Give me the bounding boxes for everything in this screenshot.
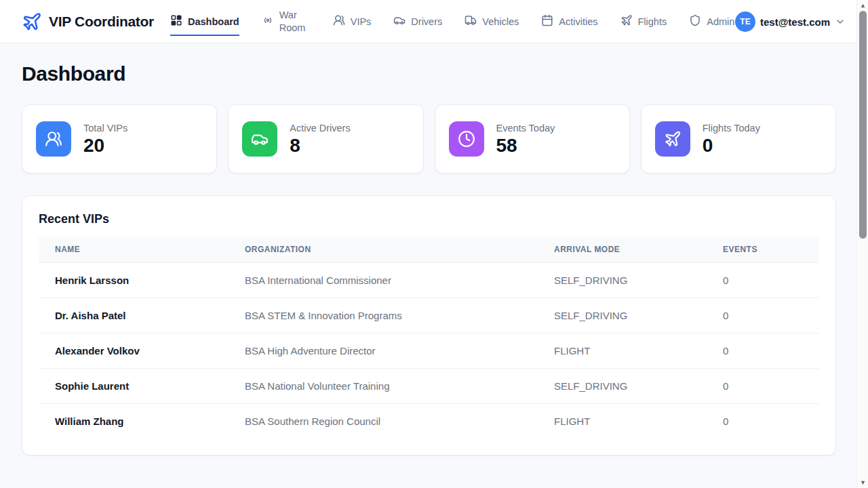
table-row[interactable]: Henrik Larsson BSA International Commiss… xyxy=(39,263,819,298)
nav-label: Drivers xyxy=(411,16,442,27)
clock-icon xyxy=(449,121,484,157)
col-header-events: EVENTS xyxy=(707,237,819,263)
vip-events: 0 xyxy=(707,369,819,404)
chevron-down-icon[interactable] xyxy=(835,16,846,27)
stat-card-events-today: Events Today 58 xyxy=(435,104,630,174)
table-row[interactable]: Alexander Volkov BSA High Adventure Dire… xyxy=(39,333,819,369)
stat-card-flights-today: Flights Today 0 xyxy=(641,104,836,174)
top-nav-bar: VIP Coordinator Dashboard War Room VIPs … xyxy=(0,0,868,43)
nav-item-activities[interactable]: Activities xyxy=(541,10,597,33)
dashboard-page: Dashboard Total VIPs 20 Active Drivers 8 xyxy=(0,43,856,455)
scroll-down-arrow-icon[interactable]: ▼ xyxy=(857,479,868,486)
dashboard-grid-icon xyxy=(170,14,182,28)
stat-label: Total VIPs xyxy=(83,123,127,134)
table-row[interactable]: Dr. Aisha Patel BSA STEM & Innovation Pr… xyxy=(39,298,819,333)
nav-item-dashboard[interactable]: Dashboard xyxy=(170,10,239,33)
plane-icon xyxy=(620,14,633,28)
col-header-arrival-mode: ARRIVAL MODE xyxy=(538,237,707,263)
table-row[interactable]: Sophie Laurent BSA National Volunteer Tr… xyxy=(39,369,819,404)
stat-cards: Total VIPs 20 Active Drivers 8 Events To… xyxy=(22,104,836,174)
table-header-row: NAME ORGANIZATION ARRIVAL MODE EVENTS xyxy=(39,237,819,263)
col-header-organization: ORGANIZATION xyxy=(229,237,538,263)
stat-value: 8 xyxy=(290,136,350,155)
vip-name: Henrik Larsson xyxy=(39,263,229,298)
nav-item-war-room[interactable]: War Room xyxy=(262,5,311,39)
recent-vips-table: NAME ORGANIZATION ARRIVAL MODE EVENTS He… xyxy=(39,237,819,439)
stat-value: 0 xyxy=(703,136,760,155)
vip-events: 0 xyxy=(707,333,819,369)
plane-logo-icon xyxy=(22,12,42,32)
vip-organization: BSA High Adventure Director xyxy=(229,333,538,369)
brand[interactable]: VIP Coordinator xyxy=(22,12,154,32)
nav-label: Flights xyxy=(638,16,667,27)
vip-events: 0 xyxy=(707,298,819,333)
nav-item-vehicles[interactable]: Vehicles xyxy=(465,10,519,33)
shield-icon xyxy=(689,14,701,28)
user-menu[interactable]: TE test@test.com xyxy=(735,0,846,43)
vip-events: 0 xyxy=(707,404,819,439)
recent-vips-panel: Recent VIPs NAME ORGANIZATION ARRIVAL MO… xyxy=(22,195,836,455)
stat-label: Active Drivers xyxy=(290,123,350,134)
nav-label: Dashboard xyxy=(188,16,239,27)
panel-title: Recent VIPs xyxy=(39,212,819,226)
vip-name: William Zhang xyxy=(39,404,229,439)
car-icon xyxy=(393,14,406,28)
nav-item-drivers[interactable]: Drivers xyxy=(393,10,442,33)
vip-arrival-mode: FLIGHT xyxy=(538,404,707,439)
col-header-name: NAME xyxy=(39,237,229,263)
calendar-icon xyxy=(541,14,553,28)
table-row[interactable]: William Zhang BSA Southern Region Counci… xyxy=(39,404,819,439)
nav-item-admin[interactable]: Admin xyxy=(689,10,734,33)
page-title: Dashboard xyxy=(22,62,836,85)
car-icon xyxy=(242,121,277,157)
vip-name: Dr. Aisha Patel xyxy=(39,298,229,333)
truck-icon xyxy=(465,14,477,28)
plane-icon xyxy=(655,121,690,157)
vip-name: Sophie Laurent xyxy=(39,369,229,404)
stat-value: 20 xyxy=(83,136,127,155)
vertical-scrollbar[interactable]: ▲ ▼ xyxy=(856,0,868,488)
vip-arrival-mode: SELF_DRIVING xyxy=(538,369,707,404)
nav-item-vips[interactable]: VIPs xyxy=(333,10,372,33)
stat-value: 58 xyxy=(496,136,555,155)
radio-icon xyxy=(262,14,274,28)
vip-arrival-mode: FLIGHT xyxy=(538,333,707,369)
vip-arrival-mode: SELF_DRIVING xyxy=(538,298,707,333)
scrollbar-thumb[interactable] xyxy=(859,11,867,239)
vip-name: Alexander Volkov xyxy=(39,333,229,369)
vip-organization: BSA Southern Region Council xyxy=(229,404,538,439)
users-icon xyxy=(36,121,71,157)
vip-organization: BSA National Volunteer Training xyxy=(229,369,538,404)
stat-card-active-drivers: Active Drivers 8 xyxy=(228,104,423,174)
vip-events: 0 xyxy=(707,263,819,298)
vip-arrival-mode: SELF_DRIVING xyxy=(538,263,707,298)
nav-label: War Room xyxy=(279,9,311,35)
nav-label: VIPs xyxy=(351,16,372,27)
scroll-up-arrow-icon[interactable]: ▲ xyxy=(857,2,868,9)
vip-organization: BSA International Commissioner xyxy=(229,263,538,298)
stat-card-total-vips: Total VIPs 20 xyxy=(22,104,217,174)
nav-label: Activities xyxy=(559,16,597,27)
users-icon xyxy=(333,14,345,28)
user-email: test@test.com xyxy=(760,16,830,28)
nav-item-flights[interactable]: Flights xyxy=(620,10,667,33)
stat-label: Events Today xyxy=(496,123,555,134)
vip-organization: BSA STEM & Innovation Programs xyxy=(229,298,538,333)
nav-label: Vehicles xyxy=(482,16,519,27)
avatar[interactable]: TE xyxy=(735,12,755,32)
stat-label: Flights Today xyxy=(703,123,760,134)
nav-label: Admin xyxy=(707,16,734,27)
app-title: VIP Coordinator xyxy=(49,14,154,30)
